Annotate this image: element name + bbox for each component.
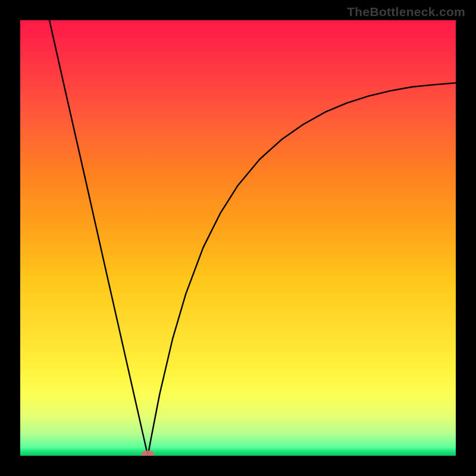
curve — [20, 20, 456, 456]
sweet-spot-marker — [141, 450, 154, 456]
attribution-text: TheBottleneck.com — [347, 5, 465, 19]
bottleneck-curve-path — [49, 20, 456, 456]
chart-frame: TheBottleneck.com — [0, 0, 476, 476]
plot-area — [20, 20, 456, 456]
